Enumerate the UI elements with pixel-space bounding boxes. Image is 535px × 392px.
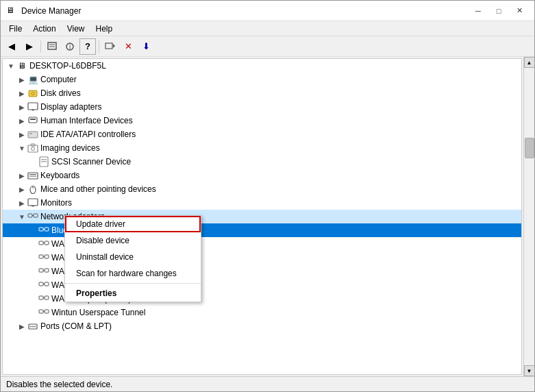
imaging-icon [27,143,38,154]
ports-icon [27,321,38,332]
title-bar-left: 🖥 Device Manager [6,5,81,16]
expand-root[interactable]: ▼ [5,60,16,71]
expand-disk[interactable]: ▶ [16,88,27,99]
expand-hid[interactable]: ▶ [16,115,27,126]
ctx-update-driver[interactable]: Update driver [65,216,201,232]
tree-item-computer[interactable]: ▶ 💻 Computer [3,73,521,86]
forward-button[interactable]: ▶ [21,38,38,55]
vertical-scrollbar[interactable]: ▲ ▼ [523,57,534,376]
properties-button[interactable] [44,38,60,55]
scroll-down-button[interactable]: ▼ [524,365,535,376]
svg-rect-9 [28,103,38,110]
scroll-thumb[interactable] [525,138,534,158]
svg-rect-21 [41,161,47,162]
svg-point-56 [32,326,34,328]
tree-item-monitors[interactable]: ▶ Monitors [3,196,521,210]
svg-rect-48 [39,296,43,299]
display-label: Display adapters [40,102,101,112]
hid-icon [27,115,38,126]
monitors-icon [27,197,38,208]
menu-view[interactable]: View [62,23,90,35]
ctx-properties[interactable]: Properties [65,285,201,302]
expand-keyboards[interactable]: ▶ [16,170,27,181]
tree-item-hid[interactable]: ▶ Human Interface Devices [3,114,521,127]
svg-rect-15 [29,133,32,134]
svg-rect-51 [39,310,43,313]
ctx-disable-device[interactable]: Disable device [65,232,201,249]
mice-icon [27,184,38,195]
minimize-button[interactable]: ─ [469,4,488,18]
expand-monitors[interactable]: ▶ [16,197,27,208]
svg-rect-7 [29,90,37,97]
expand-mice[interactable]: ▶ [16,184,27,195]
status-bar: Disables the selected device. [1,376,534,391]
root-label: DESKTOP-L6DBF5L [29,61,106,71]
computer-label: Computer [40,75,77,84]
svg-rect-34 [45,228,49,231]
svg-rect-27 [28,199,38,206]
scroll-up-button[interactable]: ▲ [524,57,535,68]
svg-rect-40 [45,255,49,258]
status-text: Disables the selected device. [6,380,112,389]
monitors-label: Monitors [40,198,72,208]
expand-ide[interactable]: ▶ [16,129,27,140]
tree-item-ports[interactable]: ▶ Ports (COM & LPT) [3,319,521,333]
help-button[interactable]: ? [79,38,96,55]
toolbar-separator-2 [99,40,99,53]
svg-rect-43 [45,269,49,272]
svg-rect-36 [39,241,43,245]
expand-imaging[interactable]: ▼ [16,143,27,154]
back-button[interactable]: ◀ [3,38,20,55]
svg-rect-20 [41,159,47,160]
ctx-separator [65,283,201,284]
tree-item-display[interactable]: ▶ Display adapters [3,100,521,114]
device-tree-panel[interactable]: ▼ 🖥 DESKTOP-L6DBF5L ▶ 💻 Computer ▶ Disk … [2,58,522,375]
disk-icon [27,88,38,99]
keyboards-icon [27,170,38,181]
ports-label: Ports (COM & LPT) [40,321,112,331]
menu-help[interactable]: Help [90,23,119,35]
uninstall-button[interactable]: ✕ [120,38,136,55]
na6-icon [38,293,49,304]
window-title: Device Manager [21,6,81,16]
menu-bar: File Action View Help [1,21,534,36]
svg-rect-23 [29,174,36,175]
svg-rect-37 [45,241,49,245]
tree-item-keyboards[interactable]: ▶ Keyboards [3,169,521,182]
menu-file[interactable]: File [3,23,27,35]
computer-icon: 💻 [27,74,38,85]
tree-item-imaging[interactable]: ▼ Imaging devices [3,141,521,155]
ctx-scan-hardware[interactable]: Scan for hardware changes [65,265,201,282]
svg-rect-13 [30,119,36,120]
na7-label: Wintun Userspace Tunnel [51,308,145,317]
svg-rect-5 [105,43,112,49]
device-manager-window: 🖥 Device Manager ─ □ ✕ File Action View … [0,0,535,392]
tree-item-na7[interactable]: ▶ Wintun Userspace Tunnel [3,306,521,319]
na4-icon [38,266,49,277]
root-icon: 🖥 [16,60,27,71]
ide-label: IDE ATA/ATAPI controllers [40,130,136,139]
close-button[interactable]: ✕ [510,4,529,18]
tree-item-mice[interactable]: ▶ Mice and other pointing devices [3,182,521,196]
keyboards-label: Keyboards [40,171,79,180]
expand-network[interactable]: ▼ [16,211,27,222]
maximize-button[interactable]: □ [489,4,508,18]
network-icon [27,211,38,222]
tree-item-ide[interactable]: ▶ IDE ATA/ATAPI controllers [3,127,521,141]
display-icon [27,101,38,112]
disk-label: Disk drives [40,88,81,98]
svg-point-17 [32,147,35,151]
update-button[interactable]: i [62,38,78,55]
expand-display[interactable]: ▶ [16,101,27,112]
tree-item-scsi[interactable]: ▶ SCSI Scanner Device [3,155,521,169]
expand-ports[interactable]: ▶ [16,321,27,332]
tree-root[interactable]: ▼ 🖥 DESKTOP-L6DBF5L [3,59,521,73]
install-button[interactable]: ⬇ [138,38,154,55]
menu-action[interactable]: Action [27,23,61,35]
svg-rect-31 [34,214,38,217]
expand-computer[interactable]: ▶ [16,74,27,85]
ctx-uninstall-device[interactable]: Uninstall device [65,249,201,265]
tree-item-disk-drives[interactable]: ▶ Disk drives [3,86,521,100]
svg-rect-30 [28,214,32,217]
scan-button[interactable] [102,38,119,55]
